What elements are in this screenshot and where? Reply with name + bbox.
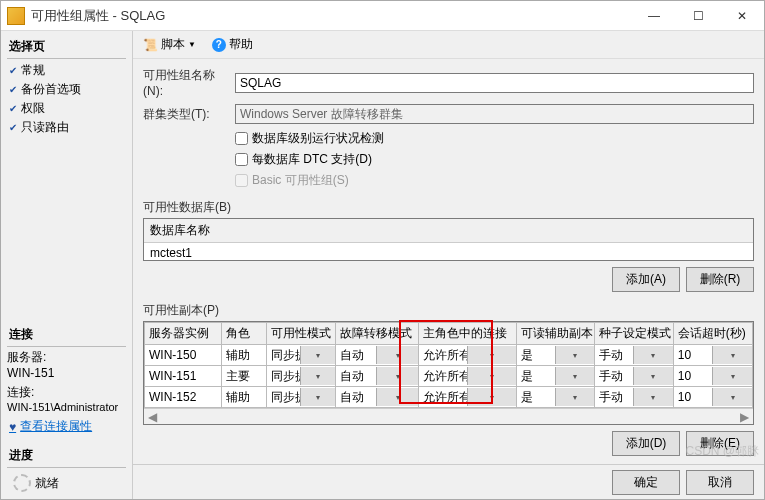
dialog-footer: 确定 取消 (133, 464, 764, 500)
replica-row[interactable]: WIN-151 主要 同步提交▾ 自动▾ 允许所有连接▾ 是▾ 手动▾ 10▾ (145, 366, 753, 387)
sidebar-item-general[interactable]: ✔常规 (7, 61, 126, 80)
view-connection-properties-link[interactable]: ♥查看连接属性 (7, 417, 126, 436)
sidebar-item-backup[interactable]: ✔备份首选项 (7, 80, 126, 99)
add-db-button[interactable]: 添加(A) (612, 267, 680, 292)
connection-header: 连接 (7, 323, 126, 347)
dropdown-icon[interactable]: ▾ (300, 388, 334, 406)
ag-name-input[interactable] (235, 73, 754, 93)
db-row[interactable]: mctest1 (144, 243, 753, 261)
help-icon: ? (212, 38, 226, 52)
remove-db-button[interactable]: 删除(R) (686, 267, 754, 292)
dropdown-icon[interactable]: ▾ (712, 367, 752, 385)
progress-spinner-icon (13, 474, 31, 492)
replica-row[interactable]: WIN-150 辅助 同步提交▾ 自动▾ 允许所有连接▾ 是▾ 手动▾ 10▾ (145, 345, 753, 366)
connection-value: WIN-151\Administrator (7, 401, 126, 413)
basic-ag-check: Basic 可用性组(S) (235, 172, 754, 189)
remove-replica-button[interactable]: 删除(E) (686, 431, 754, 456)
replica-header-row: 服务器实例角色可用性模式故障转移模式主角色中的连接可读辅助副本种子设定模式会话超… (145, 323, 753, 345)
minimize-button[interactable]: — (632, 1, 676, 30)
app-icon (7, 7, 25, 25)
titlebar: 可用性组属性 - SQLAG — ☐ ✕ (1, 1, 764, 31)
horizontal-scrollbar[interactable]: ◀▶ (144, 408, 753, 424)
dropdown-icon[interactable]: ▾ (376, 388, 418, 406)
help-button[interactable]: ?帮助 (208, 34, 257, 55)
dropdown-icon[interactable]: ▾ (467, 346, 516, 364)
dropdown-icon[interactable]: ▾ (712, 346, 752, 364)
sidebar: 选择页 ✔常规 ✔备份首选项 ✔权限 ✔只读路由 连接 服务器: WIN-151… (1, 31, 133, 500)
connection-label: 连接: (7, 384, 126, 401)
server-label: 服务器: (7, 349, 126, 366)
db-health-check[interactable]: 数据库级别运行状况检测 (235, 130, 754, 147)
databases-header: 可用性数据库(B) (143, 199, 754, 216)
dropdown-icon[interactable]: ▾ (555, 346, 594, 364)
window-title: 可用性组属性 - SQLAG (31, 7, 632, 25)
dropdown-icon[interactable]: ▾ (555, 367, 594, 385)
dropdown-icon[interactable]: ▾ (467, 388, 516, 406)
dropdown-icon[interactable]: ▾ (633, 346, 673, 364)
sidebar-item-readonly-routing[interactable]: ✔只读路由 (7, 118, 126, 137)
script-button[interactable]: 📜脚本▼ (139, 34, 200, 55)
add-replica-button[interactable]: 添加(D) (612, 431, 680, 456)
sidebar-item-permission[interactable]: ✔权限 (7, 99, 126, 118)
dropdown-icon[interactable]: ▾ (300, 367, 334, 385)
dropdown-icon[interactable]: ▾ (376, 346, 418, 364)
server-value: WIN-151 (7, 366, 126, 380)
dtc-support-check[interactable]: 每数据库 DTC 支持(D) (235, 151, 754, 168)
databases-list[interactable]: 数据库名称 mctest1 (143, 218, 754, 261)
ag-name-label: 可用性组名称(N): (143, 67, 229, 98)
replica-row[interactable]: WIN-152 辅助 同步提交▾ 自动▾ 允许所有连接▾ 是▾ 手动▾ 10▾ (145, 387, 753, 408)
replicas-header: 可用性副本(P) (143, 302, 754, 319)
cancel-button[interactable]: 取消 (686, 470, 754, 495)
cluster-type-label: 群集类型(T): (143, 106, 229, 123)
replicas-grid[interactable]: 服务器实例角色可用性模式故障转移模式主角色中的连接可读辅助副本种子设定模式会话超… (143, 321, 754, 425)
main-panel: 📜脚本▼ ?帮助 可用性组名称(N): 群集类型(T): 数据库级别运行状况检测… (133, 31, 764, 500)
select-page-header: 选择页 (7, 35, 126, 59)
progress-header: 进度 (7, 444, 126, 468)
db-column-header: 数据库名称 (144, 219, 753, 243)
dropdown-icon[interactable]: ▾ (633, 367, 673, 385)
cluster-type-input (235, 104, 754, 124)
dropdown-icon[interactable]: ▾ (376, 367, 418, 385)
maximize-button[interactable]: ☐ (676, 1, 720, 30)
dropdown-icon[interactable]: ▾ (712, 388, 752, 406)
dropdown-icon[interactable]: ▾ (467, 367, 516, 385)
close-button[interactable]: ✕ (720, 1, 764, 30)
dropdown-icon[interactable]: ▾ (300, 346, 334, 364)
toolbar: 📜脚本▼ ?帮助 (133, 31, 764, 59)
progress-status: 就绪 (35, 475, 59, 492)
dropdown-icon[interactable]: ▾ (633, 388, 673, 406)
ok-button[interactable]: 确定 (612, 470, 680, 495)
dropdown-icon[interactable]: ▾ (555, 388, 594, 406)
